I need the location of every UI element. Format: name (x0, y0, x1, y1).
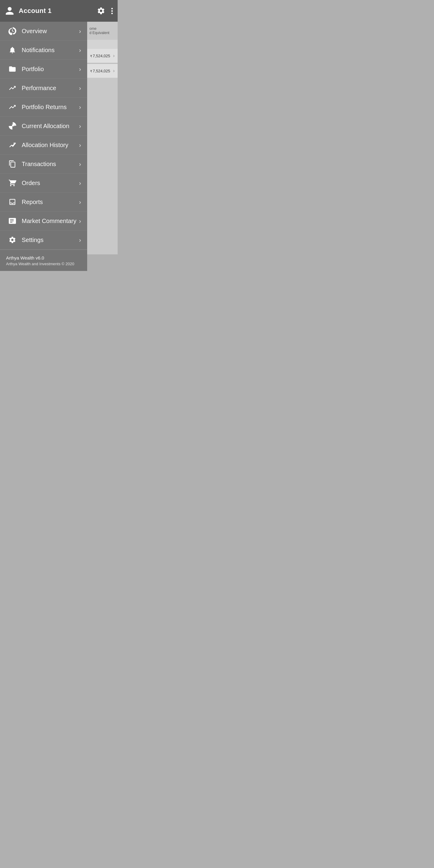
sidebar-item-portfolio[interactable]: Portfolio › (0, 60, 87, 79)
chevron-right-icon-market-commentary: › (79, 218, 81, 224)
sidebar-item-label-settings: Settings (22, 237, 79, 244)
sidebar-item-market-commentary[interactable]: Market Commentary › (0, 212, 87, 230)
chevron-right-icon-overview: › (79, 28, 81, 35)
chevron-right-icon-allocation-history: › (79, 142, 81, 149)
pie-chart-icon (6, 122, 19, 130)
sidebar: Overview › Notifications › (0, 22, 87, 271)
right-panel-value1: ₹ 7,524,025 (90, 54, 110, 58)
more-dots (111, 8, 113, 14)
trending-up-icon-performance (6, 84, 19, 92)
sidebar-footer: Arthya Wealth v6.0 Arthya Wealth and Inv… (0, 250, 87, 271)
sidebar-item-performance[interactable]: Performance › (0, 79, 87, 98)
right-chevron-icon2: › (113, 68, 115, 73)
sidebar-item-label-allocation-history: Allocation History (22, 142, 79, 149)
sidebar-item-label-current-allocation: Current Allocation (22, 123, 79, 130)
gear-icon[interactable] (97, 7, 105, 15)
trending-up-icon-returns (6, 103, 19, 111)
chevron-right-icon-settings: › (79, 237, 81, 244)
chevron-right-icon-performance: › (79, 85, 81, 92)
inbox-icon (6, 198, 19, 206)
sidebar-item-label-performance: Performance (22, 85, 79, 92)
right-panel-row1[interactable]: ₹ 7,524,025 › (87, 49, 118, 63)
header-title: Account 1 (19, 7, 52, 15)
sidebar-item-orders[interactable]: Orders › (0, 174, 87, 193)
chevron-right-icon-portfolio: › (79, 66, 81, 73)
right-panel-row2[interactable]: ₹ 7,524,025 › (87, 64, 118, 78)
chevron-right-icon-portfolio-returns: › (79, 104, 81, 111)
right-panel-text1: ome (90, 27, 115, 31)
dashboard-icon (6, 27, 19, 35)
main-container: Account 1 (0, 0, 118, 271)
chevron-right-icon-orders: › (79, 180, 81, 187)
header: Account 1 (0, 0, 118, 22)
sidebar-item-portfolio-returns[interactable]: Portfolio Returns › (0, 98, 87, 117)
right-chevron-icon1: › (113, 53, 115, 59)
sidebar-item-label-market-commentary: Market Commentary (22, 218, 79, 224)
sidebar-item-label-transactions: Transactions (22, 161, 79, 167)
sidebar-item-label-portfolio-returns: Portfolio Returns (22, 104, 79, 111)
chevron-right-icon-current-allocation: › (79, 123, 81, 130)
user-avatar-icon[interactable] (5, 6, 15, 16)
folder-icon (6, 65, 19, 73)
sidebar-item-label-overview: Overview (22, 28, 79, 35)
sidebar-item-overview[interactable]: Overview › (0, 22, 87, 41)
content-row: Overview › Notifications › (0, 22, 118, 271)
sidebar-item-label-notifications: Notifications (22, 47, 79, 54)
sidebar-item-current-allocation[interactable]: Current Allocation › (0, 117, 87, 135)
sidebar-item-label-portfolio: Portfolio (22, 66, 79, 73)
sidebar-item-notifications[interactable]: Notifications › (0, 41, 87, 60)
chevron-right-icon-transactions: › (79, 161, 81, 167)
header-icons (97, 7, 113, 15)
pulse-icon (6, 141, 19, 149)
header-left: Account 1 (5, 6, 52, 16)
right-panel-value2: ₹ 7,524,025 (90, 69, 110, 73)
nav-list: Overview › Notifications › (0, 22, 87, 250)
copy-icon (6, 160, 19, 168)
cart-icon (6, 179, 19, 187)
bell-icon (6, 46, 19, 54)
app-copyright: Arthya Wealth and Investments © 2020 (6, 261, 81, 266)
more-icon[interactable] (111, 8, 113, 14)
sidebar-item-label-reports: Reports (22, 198, 79, 206)
chevron-right-icon-reports: › (79, 198, 81, 206)
sidebar-item-settings[interactable]: Settings › (0, 230, 87, 250)
newspaper-icon (6, 217, 19, 225)
right-panel: ome d Equivalent ₹ 7,524,025 › ₹ 7,524,0… (87, 22, 118, 254)
app-version: Arthya Wealth v6.0 (6, 255, 81, 260)
right-panel-text2: d Equivalent (90, 31, 115, 35)
settings-icon (6, 236, 19, 244)
sidebar-item-reports[interactable]: Reports › (0, 193, 87, 212)
chevron-right-icon-notifications: › (79, 47, 81, 54)
sidebar-item-label-orders: Orders (22, 180, 79, 187)
sidebar-item-transactions[interactable]: Transactions › (0, 155, 87, 174)
sidebar-item-allocation-history[interactable]: Allocation History › (0, 135, 87, 155)
